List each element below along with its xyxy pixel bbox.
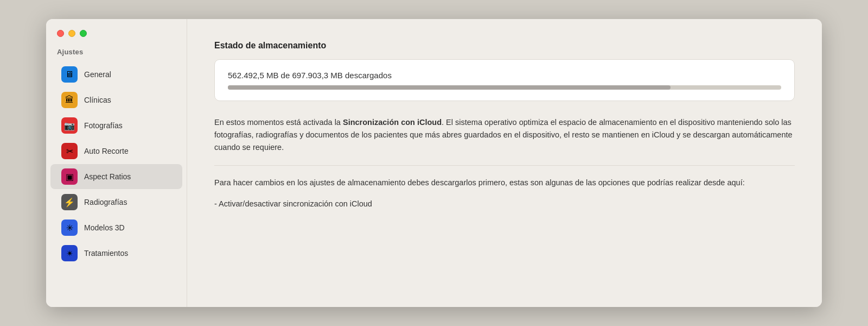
radiografias-icon: ⚡ bbox=[61, 194, 78, 210]
action1: - Activar/desactivar sincronización con … bbox=[214, 198, 795, 210]
sidebar-item-modelos-3d[interactable]: ✳Modelos 3D bbox=[50, 215, 182, 240]
sidebar-item-label-general: General bbox=[84, 70, 111, 79]
sidebar-item-radiografias[interactable]: ⚡Radiografías bbox=[50, 190, 182, 215]
aspect-ratios-icon: ▣ bbox=[61, 168, 78, 185]
description-part1: En estos momentos está activada la bbox=[214, 118, 343, 127]
sidebar-item-label-auto-recorte: Auto Recorte bbox=[84, 147, 129, 155]
fotografias-icon: 📷 bbox=[61, 117, 78, 134]
general-icon: 🖥 bbox=[61, 66, 78, 83]
para2: Para hacer cambios en los ajustes de alm… bbox=[214, 177, 795, 189]
sidebar-item-auto-recorte[interactable]: ✂Auto Recorte bbox=[50, 139, 182, 164]
storage-label: 562.492,5 MB de 697.903,3 MB descargados bbox=[228, 71, 781, 80]
storage-box: 562.492,5 MB de 697.903,3 MB descargados bbox=[214, 59, 795, 101]
sidebar-item-clinicas[interactable]: 🏛Clínicas bbox=[50, 87, 182, 112]
fullscreen-button[interactable] bbox=[80, 30, 87, 37]
sidebar-item-label-clinicas: Clínicas bbox=[84, 96, 111, 104]
sidebar-item-label-radiografias: Radiografías bbox=[84, 198, 127, 206]
sidebar-item-general[interactable]: 🖥General bbox=[50, 62, 182, 87]
sidebar-item-tratamientos[interactable]: ✴Tratamientos bbox=[50, 241, 182, 266]
sidebar-item-label-modelos-3d: Modelos 3D bbox=[84, 223, 125, 232]
sidebar-item-label-fotografias: Fotografías bbox=[84, 121, 123, 130]
sidebar-title: Ajustes bbox=[46, 48, 187, 61]
description-text: En estos momentos está activada la Sincr… bbox=[214, 116, 795, 154]
sidebar: Ajustes 🖥General🏛Clínicas📷Fotografías✂Au… bbox=[46, 19, 187, 307]
clinicas-icon: 🏛 bbox=[61, 92, 78, 108]
modelos-3d-icon: ✳ bbox=[61, 220, 78, 236]
section-title: Estado de almacenamiento bbox=[214, 41, 795, 51]
main-content: Estado de almacenamiento 562.492,5 MB de… bbox=[187, 19, 822, 307]
sidebar-item-fotografias[interactable]: 📷Fotografías bbox=[50, 113, 182, 138]
sidebar-item-label-tratamientos: Tratamientos bbox=[84, 249, 128, 258]
minimize-button[interactable] bbox=[68, 30, 75, 37]
tratamientos-icon: ✴ bbox=[61, 245, 78, 261]
description-bold: Sincronización con iCloud bbox=[343, 118, 442, 127]
auto-recorte-icon: ✂ bbox=[61, 143, 78, 159]
sidebar-item-aspect-ratios[interactable]: ▣Aspect Ratios bbox=[50, 164, 182, 189]
app-window: Ajustes 🖥General🏛Clínicas📷Fotografías✂Au… bbox=[46, 19, 822, 307]
traffic-lights bbox=[46, 30, 187, 48]
sidebar-item-label-aspect-ratios: Aspect Ratios bbox=[84, 172, 131, 181]
progress-bar-track bbox=[228, 85, 781, 90]
divider bbox=[214, 165, 795, 166]
progress-bar-fill bbox=[228, 85, 671, 90]
close-button[interactable] bbox=[57, 30, 64, 37]
